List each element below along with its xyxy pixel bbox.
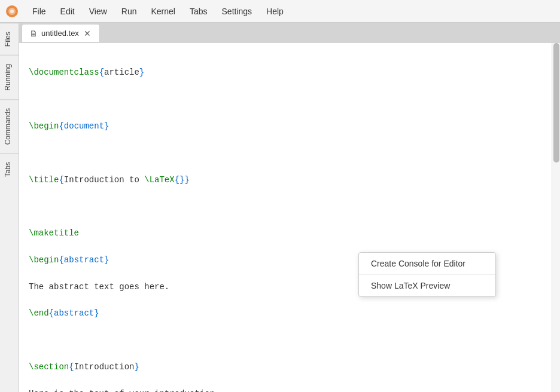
editor-area: \documentclass{article} \begin{document}… xyxy=(19,43,560,392)
menu-settings[interactable]: Settings xyxy=(216,4,258,19)
file-icon: 🗎 xyxy=(29,29,38,38)
menu-tabs[interactable]: Tabs xyxy=(184,4,214,19)
code-line-1: \documentclass{article} xyxy=(29,66,542,79)
menu-run[interactable]: Run xyxy=(115,4,143,19)
scrollbar-thumb[interactable] xyxy=(553,43,559,163)
svg-point-2 xyxy=(10,10,14,13)
code-line-9: Here is the text of your introduction. xyxy=(29,387,542,392)
code-line-3: \title{Introduction to \LaTeX{}} xyxy=(29,173,542,186)
tab-filename: untitled.tex xyxy=(41,29,79,38)
code-line-8: \section{Introduction} xyxy=(29,360,542,373)
context-menu-item-console[interactable]: Create Console for Editor xyxy=(359,253,495,274)
context-menu-item-preview[interactable]: Show LaTeX Preview xyxy=(359,275,495,296)
code-line-blank-4 xyxy=(29,333,542,347)
menu-file[interactable]: File xyxy=(26,4,52,19)
main-layout: Files Running Commands Tabs 🗎 untitled.t… xyxy=(0,23,560,392)
code-line-2: \begin{document} xyxy=(29,120,542,133)
sidebar-tab-running[interactable]: Running xyxy=(0,55,19,99)
app-logo xyxy=(5,4,19,19)
editor-content[interactable]: \documentclass{article} \begin{document}… xyxy=(19,43,552,392)
menu-edit[interactable]: Edit xyxy=(54,4,81,19)
editor-tab[interactable]: 🗎 untitled.tex ✕ xyxy=(22,24,100,42)
tab-close-button[interactable]: ✕ xyxy=(83,29,92,38)
sidebar-tab-files[interactable]: Files xyxy=(0,23,19,55)
menu-help[interactable]: Help xyxy=(260,4,290,19)
code-line-blank-1 xyxy=(29,93,542,106)
code-line-7: \end{abstract} xyxy=(29,307,542,320)
scrollbar[interactable] xyxy=(552,43,560,392)
sidebar-tab-commands[interactable]: Commands xyxy=(0,99,19,153)
menu-kernel[interactable]: Kernel xyxy=(145,4,181,19)
context-menu: Create Console for Editor Show LaTeX Pre… xyxy=(358,252,496,297)
tab-bar: 🗎 untitled.tex ✕ xyxy=(19,23,560,43)
content-area: 🗎 untitled.tex ✕ \documentclass{article}… xyxy=(19,23,560,392)
code-line-blank-2 xyxy=(29,146,542,160)
code-line-4: \maketitle xyxy=(29,226,542,240)
kw-documentclass: \documentclass xyxy=(29,68,99,77)
sidebar-tab-tabs[interactable]: Tabs xyxy=(0,153,19,185)
menu-view[interactable]: View xyxy=(83,4,113,19)
code-line-blank-3 xyxy=(29,200,542,213)
menubar: File Edit View Run Kernel Tabs Settings … xyxy=(0,0,560,23)
sidebar: Files Running Commands Tabs xyxy=(0,23,19,392)
